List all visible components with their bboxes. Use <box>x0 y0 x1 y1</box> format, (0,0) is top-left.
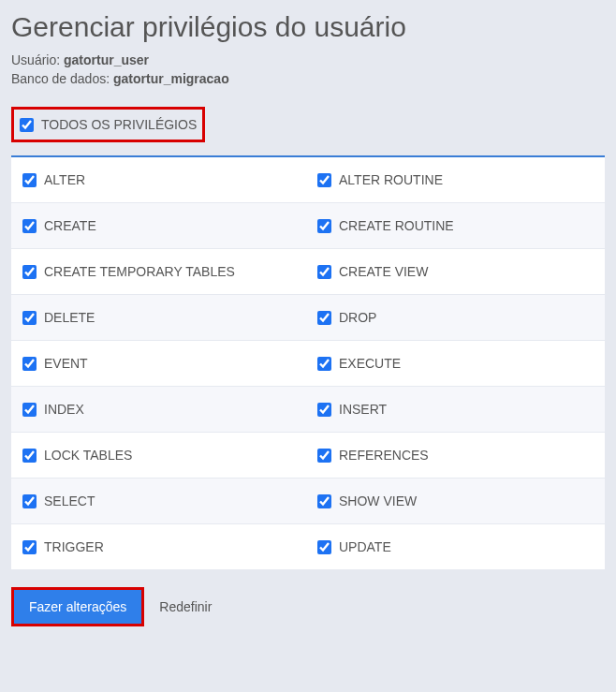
user-value: gatortur_user <box>64 52 149 67</box>
privilege-label: CREATE <box>44 218 96 233</box>
privileges-grid: ALTERALTER ROUTINECREATECREATE ROUTINECR… <box>11 157 605 570</box>
privilege-label: EXECUTE <box>339 356 401 371</box>
privilege-cell: TRIGGER <box>11 524 308 569</box>
privilege-checkbox[interactable] <box>317 311 331 325</box>
privilege-cell: ALTER <box>11 157 308 202</box>
privilege-checkbox[interactable] <box>22 540 37 554</box>
database-label: Banco de dados: <box>11 71 110 86</box>
privilege-cell: INDEX <box>11 387 308 432</box>
privilege-checkbox[interactable] <box>317 265 331 279</box>
privilege-cell: UPDATE <box>308 524 605 569</box>
privilege-checkbox[interactable] <box>22 357 37 371</box>
privilege-row: EVENTEXECUTE <box>11 341 605 387</box>
save-button[interactable]: Fazer alterações <box>11 587 144 626</box>
privilege-label: LOCK TABLES <box>44 448 132 463</box>
privilege-row: DELETEDROP <box>11 295 605 341</box>
privilege-label: EVENT <box>44 356 88 371</box>
privilege-cell: EVENT <box>11 341 308 386</box>
privilege-label: DELETE <box>44 310 95 325</box>
privilege-cell: SELECT <box>11 479 308 523</box>
privilege-cell: SHOW VIEW <box>308 479 605 523</box>
database-value: gatortur_migracao <box>113 71 229 86</box>
privilege-label: ALTER <box>44 172 85 187</box>
privilege-row: CREATECREATE ROUTINE <box>11 203 605 249</box>
privilege-label: INSERT <box>339 402 387 417</box>
privilege-label: CREATE VIEW <box>339 264 428 279</box>
privilege-cell: CREATE <box>11 203 308 248</box>
privilege-cell: REFERENCES <box>308 433 605 478</box>
button-row: Fazer alterações Redefinir <box>11 587 605 626</box>
privilege-label: CREATE ROUTINE <box>339 218 454 233</box>
privilege-cell: DELETE <box>11 295 308 340</box>
privilege-cell: INSERT <box>308 387 605 432</box>
privilege-checkbox[interactable] <box>22 265 37 279</box>
privilege-label: TRIGGER <box>44 539 104 554</box>
privilege-cell: CREATE ROUTINE <box>308 203 605 248</box>
privilege-checkbox[interactable] <box>22 219 37 233</box>
privilege-row: CREATE TEMPORARY TABLESCREATE VIEW <box>11 249 605 295</box>
privilege-cell: EXECUTE <box>308 341 605 386</box>
user-label: Usuário: <box>11 52 60 67</box>
privilege-checkbox[interactable] <box>317 403 331 417</box>
privilege-cell: ALTER ROUTINE <box>308 157 605 202</box>
privilege-label: SELECT <box>44 493 95 508</box>
privilege-row: SELECTSHOW VIEW <box>11 479 605 524</box>
privilege-checkbox[interactable] <box>317 449 331 463</box>
privilege-checkbox[interactable] <box>317 219 331 233</box>
page-title: Gerenciar privilégios do usuário <box>11 11 605 43</box>
privilege-checkbox[interactable] <box>22 449 37 463</box>
privilege-label: SHOW VIEW <box>339 493 417 508</box>
privilege-row: ALTERALTER ROUTINE <box>11 157 605 203</box>
privilege-label: REFERENCES <box>339 448 429 463</box>
privilege-checkbox[interactable] <box>317 357 331 371</box>
privilege-label: ALTER ROUTINE <box>339 172 443 187</box>
reset-button[interactable]: Redefinir <box>159 599 212 614</box>
privilege-label: UPDATE <box>339 539 391 554</box>
privilege-cell: CREATE TEMPORARY TABLES <box>11 249 308 294</box>
all-privileges-checkbox[interactable] <box>20 118 34 132</box>
privilege-checkbox[interactable] <box>22 403 37 417</box>
privilege-label: DROP <box>339 310 376 325</box>
privilege-cell: CREATE VIEW <box>308 249 605 294</box>
privilege-cell: LOCK TABLES <box>11 433 308 478</box>
privilege-cell: DROP <box>308 295 605 340</box>
user-line: Usuário: gatortur_user <box>11 52 605 67</box>
all-privileges-label: TODOS OS PRIVILÉGIOS <box>41 117 197 132</box>
privilege-label: CREATE TEMPORARY TABLES <box>44 264 235 279</box>
privilege-label: INDEX <box>44 402 84 417</box>
privilege-checkbox[interactable] <box>22 311 37 325</box>
privilege-checkbox[interactable] <box>22 494 37 508</box>
privilege-row: LOCK TABLESREFERENCES <box>11 433 605 479</box>
privilege-checkbox[interactable] <box>317 173 331 187</box>
privilege-checkbox[interactable] <box>317 494 331 508</box>
privilege-checkbox[interactable] <box>317 540 331 554</box>
privilege-row: INDEXINSERT <box>11 387 605 433</box>
privilege-checkbox[interactable] <box>22 173 37 187</box>
privilege-row: TRIGGERUPDATE <box>11 524 605 570</box>
database-line: Banco de dados: gatortur_migracao <box>11 71 605 86</box>
all-privileges-row: TODOS OS PRIVILÉGIOS <box>11 107 205 142</box>
